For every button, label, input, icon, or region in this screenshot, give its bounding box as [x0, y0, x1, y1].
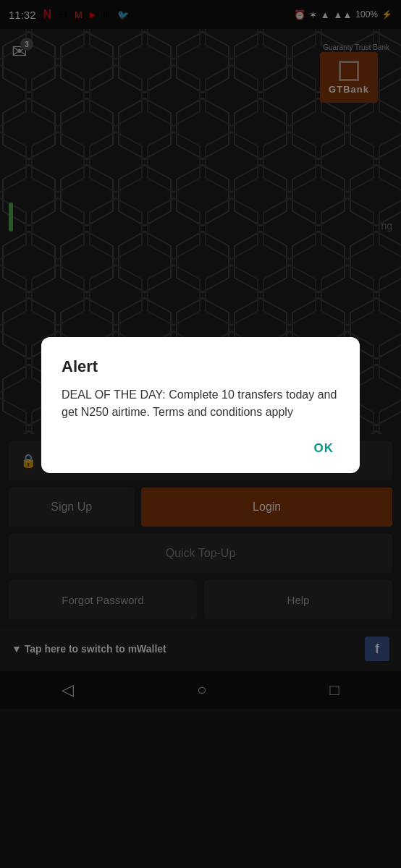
- alert-modal: Alert DEAL OF THE DAY: Complete 10 trans…: [41, 337, 360, 473]
- modal-ok-button[interactable]: OK: [308, 438, 340, 459]
- modal-title: Alert: [62, 357, 339, 376]
- modal-footer: OK: [62, 438, 339, 459]
- modal-body: DEAL OF THE DAY: Complete 10 transfers t…: [62, 386, 339, 421]
- modal-overlay: Alert DEAL OF THE DAY: Complete 10 trans…: [0, 0, 401, 868]
